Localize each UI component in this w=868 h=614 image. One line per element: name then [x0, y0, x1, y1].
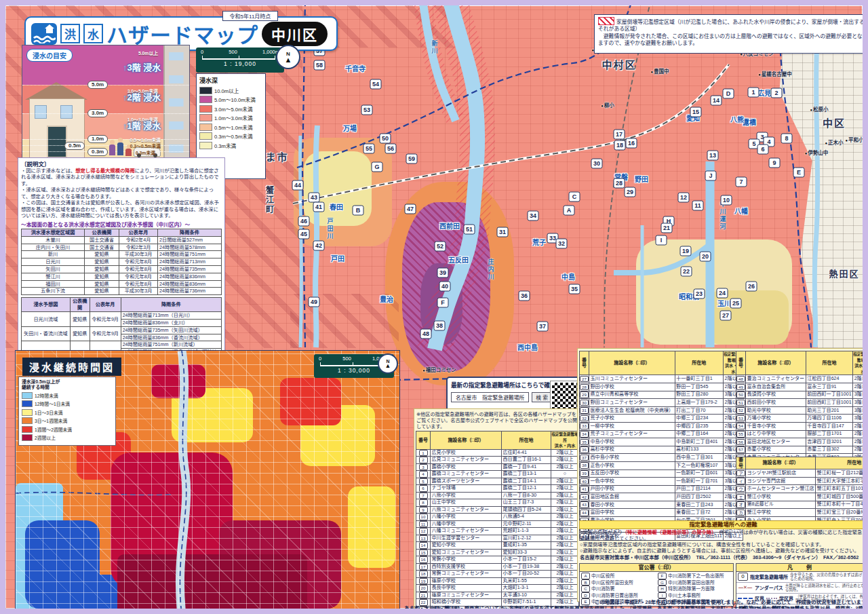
legend-row-shelter: 0 指定緊急避難場所 身を守るため、災害の危険からまずは逃げるための場所。: [736, 572, 863, 583]
shelter-number: 12: [419, 528, 428, 535]
shelter-number: 29: [580, 391, 589, 398]
map-marker-1: 1: [748, 88, 760, 98]
shelter-address: 西中島二丁目301: [675, 454, 724, 462]
shelter-number: 56: [736, 439, 745, 446]
evacuation-heading: 指定緊急避難場所への避難: [579, 520, 863, 529]
shelter-address: 打出二丁目70: [675, 406, 724, 415]
flood-icon: [31, 23, 57, 45]
compass-needle: ▲: [285, 57, 292, 63]
map-marker-38: 38: [434, 321, 446, 331]
map-marker-58: 58: [314, 60, 326, 71]
shelter-address: 野田三丁目280: [675, 391, 724, 399]
shelter-name: 野田小学校: [589, 383, 675, 391]
depth-label: 3.0m〜5.0m未満: [214, 105, 253, 113]
district-label: 野田: [635, 174, 648, 184]
shelter-row: 8山王中学校山王三丁目7-32階以上: [416, 499, 579, 507]
shelter-number: 44: [580, 510, 589, 516]
map-marker-17: 17: [614, 130, 625, 140]
shelter-row: 3露橋小学校露橋一丁目9-412階以上: [416, 463, 579, 471]
map-marker-B: B: [353, 206, 364, 216]
shelter-row: 4露橋コミュニティセンター露橋二丁目13-1○: [416, 471, 579, 478]
shelter-name: 一色中学校: [589, 478, 675, 486]
office-name: 中川消防署富田出張所: [668, 579, 715, 586]
hazard-map-page: 5758545350555659444341464542494751523940…: [0, 0, 868, 614]
office-item: F中川消防署下之一色出張所: [658, 573, 732, 579]
shelter-row: 18常磐コミュニティセンター小本一丁目20-522階以上: [416, 571, 579, 578]
depth-label: 10.0m以上: [214, 87, 239, 94]
label-floor1: ↑1階 浸水: [123, 119, 161, 132]
legend-row-underpass: —✕— アンダーパス 大雨が降ると道路冠水を起こし、通行止めとなる箇所。: [736, 583, 863, 594]
poi-label: 松原小: [810, 105, 828, 113]
shelter-name: 蟹江中学校: [746, 509, 816, 517]
compass-icon: N ▲: [276, 45, 300, 69]
depth-legend-row: 0.3m〜0.5m未満: [199, 132, 262, 140]
zone-outside-city-kanie: [290, 294, 399, 348]
office-name: 中川区役所富田支所: [591, 579, 633, 586]
shelter-name: 豊治コミュニティセンター: [746, 375, 806, 383]
shelter-row: 43春田小学校東春田二丁目2432階以上: [580, 501, 743, 509]
map-marker-46: 46: [298, 216, 310, 227]
shelter-name: 高杉中学校: [589, 446, 675, 454]
shelter-floor: 2階以上: [853, 375, 863, 383]
shelter-name: 山王中学校: [431, 499, 502, 507]
shelter-name: 篠原コミュニティセンター: [431, 592, 502, 599]
depth-swatch: [199, 142, 212, 149]
map-marker-3: 3: [757, 132, 768, 142]
shelter-floor: 2階以上: [551, 520, 579, 528]
map-marker-13: 13: [707, 151, 719, 161]
ward-label: 熱田区: [829, 267, 859, 280]
duration-swatch: [22, 392, 33, 399]
shelter-address: 東春田二丁目243: [675, 501, 724, 509]
shelter-name: 西前田小学校: [746, 399, 806, 407]
poi-label: 正木小: [825, 138, 843, 146]
duration-legend-row: 1日〜3日未満: [22, 409, 113, 416]
ward-label: 中村区: [601, 57, 636, 71]
depth-legend-row: 3.0m〜5.0m未満: [199, 105, 262, 113]
pill-05m: 0.5m: [64, 142, 85, 150]
shelter-row: 7八熊小学校八熊一丁目8-302階以上: [416, 492, 579, 499]
shelter-row: 21篠原コミュニティセンター太平通3-102階以上: [416, 592, 579, 599]
shelter-number: 6: [419, 485, 428, 492]
label-floor2: ↑2階 浸水: [123, 90, 161, 103]
search-input[interactable]: 名古屋市 指定緊急避難場所: [451, 392, 529, 402]
shelter-row: 35中島小学校中島新町二丁目4012階以上: [580, 438, 743, 446]
shelter-row: エ蟹江小学校蟹江町城四丁目500番地: [736, 493, 863, 501]
depth-guide-panel: 浸水の目安 5.0m以上 ↑3階 浸水 5.0m 3.0〜5.0m未満 ↑2階 …: [22, 45, 190, 159]
shelter-row: 49富永自治会集会所富永三丁目912階以上: [736, 383, 863, 391]
source-row: 新川愛知県平成30年3月24時間総雨量751mm: [22, 251, 222, 258]
shelter-address: 戸田四丁目2502: [675, 493, 724, 501]
shelter-address: 愛知町33-3: [502, 549, 551, 556]
zone-yellow-port: [707, 290, 789, 345]
shelter-address: 丸米町1-55: [502, 577, 551, 585]
ward-boundaries: [297, 5, 811, 387]
map-marker-25: 25: [730, 299, 742, 309]
map-marker-28: 28: [614, 178, 625, 189]
shelter-number: エ: [736, 494, 745, 501]
office-mark: D: [581, 592, 590, 599]
search-button[interactable]: 検 索: [532, 392, 552, 402]
shelter-name: 赤星小学校: [746, 446, 806, 454]
shelter-address: 中郷三丁目234: [675, 415, 724, 423]
river-shinkawa: [422, 5, 456, 121]
office-mark: B: [581, 579, 590, 586]
shelter-row: 29県立中川青和高等学校野田三丁目2803階以上: [580, 391, 743, 399]
map-marker-44: 44: [292, 180, 304, 191]
shelter-row: 34荒子コミュニティセンター中郷二丁目1642階以上: [580, 430, 743, 438]
shelter-name: 常磐小学校: [431, 556, 502, 564]
duration-label: 12時間未満: [35, 392, 58, 399]
office-item: H特別消防隊第一方面隊: [658, 586, 732, 592]
shelter-name: 野田コミュニティセンター: [589, 399, 675, 407]
map-marker-34: 34: [528, 211, 539, 221]
shelter-number: ウ: [736, 486, 745, 493]
shelter-number: 21: [419, 592, 428, 599]
district-label: 西中島: [517, 342, 538, 352]
ward-label: 中区: [823, 115, 846, 130]
district-label: 千音寺: [345, 63, 366, 73]
explanation-bullets: ・図に示す浸水などは、想定し得る最大規模の降雨により、河川が氾濫した場合に想定さ…: [21, 168, 222, 219]
shelter-name: 春田小学校: [589, 501, 675, 509]
shelter-address: 八熊一丁目8-30: [502, 492, 551, 499]
duration-map-title: 浸水継続時間図: [22, 358, 121, 376]
shelter-floor: 2階以上: [853, 422, 863, 430]
collapse-hatch-shonai: [435, 5, 477, 349]
shelter-number: 8: [419, 499, 428, 506]
